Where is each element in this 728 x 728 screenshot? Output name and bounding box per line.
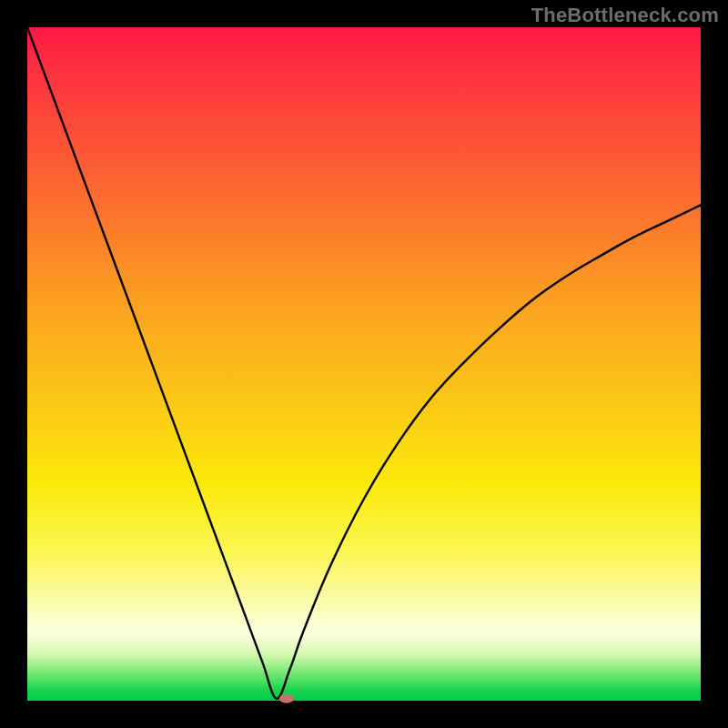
plot-area: [27, 27, 701, 701]
chart-frame: TheBottleneck.com: [0, 0, 728, 728]
curve-layer: [27, 27, 701, 701]
bottleneck-curve: [27, 27, 701, 699]
watermark-text: TheBottleneck.com: [531, 4, 719, 27]
optimum-marker: [279, 694, 294, 703]
